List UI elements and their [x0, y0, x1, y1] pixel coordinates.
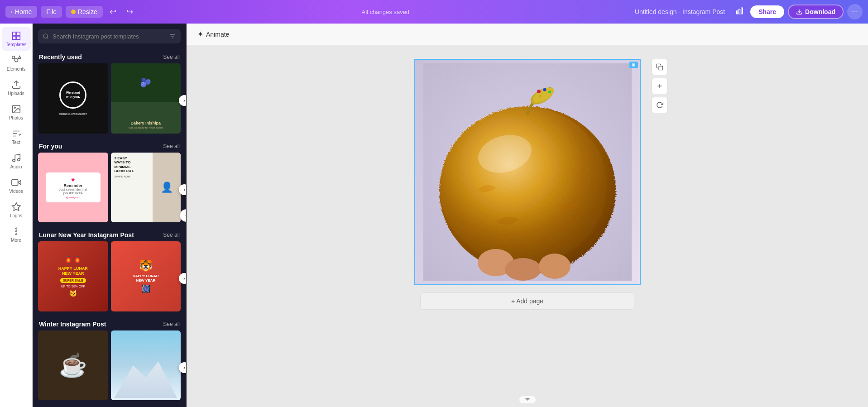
undo-button[interactable]: ↩ [106, 5, 120, 19]
top-nav: ‹ Home File Resize ↩ ↪ All changes saved… [0, 0, 868, 24]
doc-title: Untitled design - Instagram Post [635, 8, 725, 15]
sidebar-item-elements[interactable]: Elements [2, 52, 31, 75]
canvas-area: ✦ Animate [187, 24, 868, 407]
lunar-see-all[interactable]: See all [163, 232, 180, 238]
svg-point-19 [15, 228, 17, 229]
template-winter2[interactable] [111, 330, 181, 401]
template-lunar1[interactable]: 🏮🏮 HAPPY LUNARNEW YEAR SUPER SALE UP TO … [38, 241, 108, 311]
for-you-see-all[interactable]: See all [163, 143, 180, 149]
canvas-wrapper: ▣ [414, 59, 641, 310]
winter-grid: ☕ › [33, 330, 186, 405]
share-label: Share [758, 8, 776, 15]
lunar2-tiger: 🐯 [139, 259, 153, 272]
save-status: All changes saved [140, 9, 631, 15]
winter-next-arrow[interactable]: › [179, 362, 187, 373]
svg-rect-5 [16, 32, 19, 35]
canvas-float-toolbar [652, 59, 668, 113]
animate-button[interactable]: ✦ Animate [194, 28, 233, 40]
refresh-button[interactable] [652, 97, 668, 113]
add-frame-button[interactable] [652, 78, 668, 94]
redo-button[interactable]: ↪ [123, 5, 136, 19]
recently-used-see-all[interactable]: See all [163, 54, 180, 60]
svg-rect-0 [736, 11, 738, 14]
recently-used-title: Recently used [39, 53, 82, 61]
back-chevron-icon: ‹ [11, 9, 13, 15]
lunar2-fireworks: 🎆 [141, 284, 150, 293]
sidebar-item-videos[interactable]: Videos [2, 174, 31, 197]
canvas-scroll-area[interactable]: ▣ [187, 45, 868, 407]
refresh-icon [656, 101, 663, 109]
resize-label: Resize [78, 8, 97, 15]
svg-rect-26 [659, 66, 663, 70]
main-layout: Templates Elements Uploads Photos [0, 24, 868, 407]
for-you-grid: ♥ Reminder Just a reminder thatyou are l… [33, 153, 186, 227]
templates-panel: Recently used See all We standwith you. … [33, 24, 187, 407]
canvas-frame[interactable]: ▣ [414, 59, 641, 285]
for-you-header: For you See all [33, 138, 186, 153]
resize-button[interactable]: Resize [66, 6, 103, 18]
svg-point-38 [539, 95, 542, 98]
recently-used-next-arrow[interactable]: › [179, 95, 187, 106]
blm-hashtag: #BlackLivesMatter [59, 112, 87, 115]
sidebar-item-logos[interactable]: Logos [2, 198, 31, 222]
recently-used-grid: We standwith you. #BlackLivesMatter 🫐 Ba… [33, 63, 186, 138]
template-winter1[interactable]: ☕ [38, 330, 108, 401]
templates-label: Templates [6, 42, 27, 47]
svg-point-8 [14, 58, 18, 62]
filter-icon[interactable] [169, 33, 176, 40]
svg-rect-4 [12, 32, 15, 35]
svg-marker-18 [12, 203, 20, 211]
home-button[interactable]: ‹ Home [5, 6, 37, 18]
search-input[interactable] [53, 33, 165, 40]
lunar2-title: HAPPY LUNARNEW YEAR [133, 274, 159, 283]
sidebar-item-more[interactable]: More [2, 223, 31, 246]
more-icon [11, 226, 21, 236]
template-3ways[interactable]: 3 EASYWAYS TOMINIMIZEBURN OUT. SWIPE NOW… [111, 153, 181, 223]
photos-label: Photos [9, 115, 23, 120]
winter-see-all[interactable]: See all [163, 321, 180, 327]
sidebar-item-text[interactable]: Text [2, 125, 31, 148]
sidebar-item-audio[interactable]: Audio [2, 149, 31, 173]
template-reminder[interactable]: ♥ Reminder Just a reminder thatyou are l… [38, 153, 108, 223]
reminder-card: ♥ Reminder Just a reminder thatyou are l… [46, 172, 101, 202]
nav-right: Untitled design - Instagram Post Share D… [635, 4, 863, 19]
for-you-next-arrow[interactable]: › [179, 184, 187, 195]
bakery-text-area: Bakery Inishipa Visit us today for fresh… [128, 87, 163, 129]
logos-label: Logos [10, 213, 22, 218]
file-button[interactable]: File [41, 6, 62, 18]
svg-rect-17 [11, 180, 18, 186]
download-button[interactable]: Download [788, 5, 844, 19]
lunar-next-arrow[interactable]: › [179, 273, 187, 284]
elements-label: Elements [7, 67, 26, 72]
svg-point-36 [543, 88, 546, 91]
svg-point-22 [43, 34, 48, 38]
winter1-coffee: ☕ [59, 352, 87, 378]
template-bakery[interactable]: 🫐 Bakery Inishipa Visit us today for fre… [111, 63, 181, 134]
svg-point-37 [548, 91, 551, 93]
svg-marker-10 [18, 56, 21, 58]
share-button[interactable]: Share [750, 5, 784, 18]
templates-icon [11, 31, 21, 41]
template-blm[interactable]: We standwith you. #BlackLivesMatter [38, 63, 108, 134]
svg-point-40 [505, 258, 541, 281]
duplicate-frame-button[interactable] [652, 59, 668, 75]
resize-dot-icon [71, 10, 76, 14]
more-options-button[interactable]: ··· [847, 4, 863, 19]
lunar1-sale: SUPER SALE [60, 278, 86, 283]
text-label: Text [12, 140, 20, 145]
template-lunar2[interactable]: 🐯 HAPPY LUNARNEW YEAR 🎆 [111, 241, 181, 311]
audio-icon [11, 153, 21, 163]
sidebar-item-uploads[interactable]: Uploads [2, 76, 31, 100]
add-page-button[interactable]: + Add page [420, 292, 634, 310]
svg-rect-7 [16, 36, 19, 39]
svg-point-20 [15, 231, 17, 232]
analytics-button[interactable] [732, 5, 747, 19]
sidebar-item-templates[interactable]: Templates [2, 27, 31, 51]
download-icon [796, 9, 802, 15]
more-icon: ··· [852, 8, 858, 16]
sidebar-item-photos[interactable]: Photos [2, 101, 31, 124]
audio-label: Audio [10, 164, 22, 169]
home-label: Home [15, 8, 32, 15]
lunar1-lanterns: 🏮🏮 [64, 256, 82, 264]
winter-header: Winter Instagram Post See all [33, 316, 186, 330]
